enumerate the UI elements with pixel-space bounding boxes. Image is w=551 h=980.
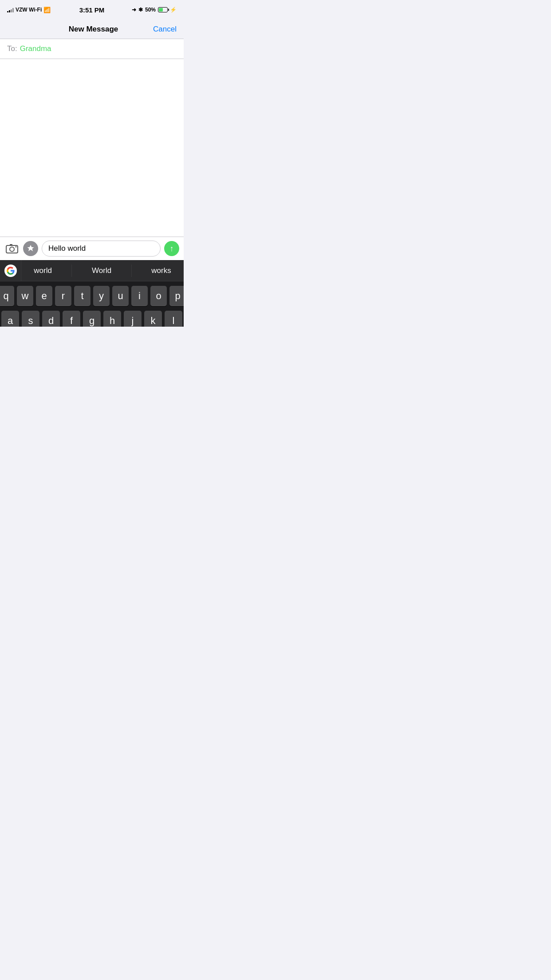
svg-point-3 xyxy=(16,246,17,248)
keyboard: world World works q w e r t y u i o p a … xyxy=(0,260,184,327)
key-e[interactable]: e xyxy=(36,286,52,306)
key-g[interactable]: g xyxy=(83,311,101,327)
battery-icon xyxy=(158,7,168,12)
to-label: To: xyxy=(7,44,17,53)
compose-area[interactable] xyxy=(0,59,184,237)
page-title: New Message xyxy=(69,25,118,34)
appstore-icon xyxy=(26,244,35,253)
suggestion-divider-2 xyxy=(131,265,132,277)
key-o[interactable]: o xyxy=(150,286,167,306)
suggestion-works[interactable]: works xyxy=(146,263,176,279)
key-d[interactable]: d xyxy=(42,311,60,327)
key-i[interactable]: i xyxy=(131,286,148,306)
key-f[interactable]: f xyxy=(63,311,80,327)
key-t[interactable]: t xyxy=(74,286,91,306)
to-field[interactable]: To: Grandma xyxy=(0,39,184,59)
key-a[interactable]: a xyxy=(1,311,19,327)
status-time: 3:51 PM xyxy=(79,6,105,14)
status-right: ➜ ✱ 50% ⚡ xyxy=(132,7,177,13)
recipient-name: Grandma xyxy=(20,44,51,53)
key-r[interactable]: r xyxy=(55,286,71,306)
carrier-label: VZW Wi-Fi xyxy=(16,7,42,13)
cancel-button[interactable]: Cancel xyxy=(153,25,177,34)
key-h[interactable]: h xyxy=(103,311,121,327)
suggestion-divider-1 xyxy=(71,265,72,277)
key-s[interactable]: s xyxy=(22,311,39,327)
key-j[interactable]: j xyxy=(124,311,142,327)
google-shortcut[interactable] xyxy=(0,260,21,281)
battery-percent: 50% xyxy=(145,7,156,13)
nav-bar: New Message Cancel xyxy=(0,20,184,39)
send-button[interactable]: ↑ xyxy=(164,241,179,256)
key-rows: q w e r t y u i o p a s d f g h j k l ⇧ … xyxy=(0,281,184,327)
key-w[interactable]: w xyxy=(17,286,33,306)
key-row-2: a s d f g h j k l xyxy=(1,311,182,327)
suggestion-world[interactable]: world xyxy=(28,263,57,279)
autocomplete-suggestions: world World works xyxy=(21,263,184,279)
location-icon: ➜ xyxy=(132,7,136,13)
key-p[interactable]: p xyxy=(169,286,184,306)
key-row-1: q w e r t y u i o p xyxy=(1,286,182,306)
autocomplete-bar: world World works xyxy=(0,260,184,281)
camera-icon xyxy=(6,243,18,254)
svg-rect-2 xyxy=(10,244,12,246)
key-u[interactable]: u xyxy=(112,286,129,306)
message-input-row: ↑ xyxy=(0,237,184,260)
charging-icon: ⚡ xyxy=(170,7,177,13)
signal-icon xyxy=(7,7,14,12)
svg-point-1 xyxy=(10,247,14,252)
key-k[interactable]: k xyxy=(144,311,162,327)
status-bar: VZW Wi-Fi 📶 3:51 PM ➜ ✱ 50% ⚡ xyxy=(0,0,184,20)
key-q[interactable]: q xyxy=(0,286,14,306)
camera-button[interactable] xyxy=(4,241,20,256)
suggestion-World[interactable]: World xyxy=(87,263,117,279)
bluetooth-icon: ✱ xyxy=(138,7,143,13)
key-y[interactable]: y xyxy=(93,286,110,306)
appstore-button[interactable] xyxy=(23,241,38,256)
wifi-icon: 📶 xyxy=(43,7,51,13)
status-left: VZW Wi-Fi 📶 xyxy=(7,7,51,13)
send-arrow-icon: ↑ xyxy=(170,245,174,253)
key-l[interactable]: l xyxy=(165,311,182,327)
message-input[interactable] xyxy=(42,241,161,257)
google-g-icon xyxy=(4,265,17,277)
